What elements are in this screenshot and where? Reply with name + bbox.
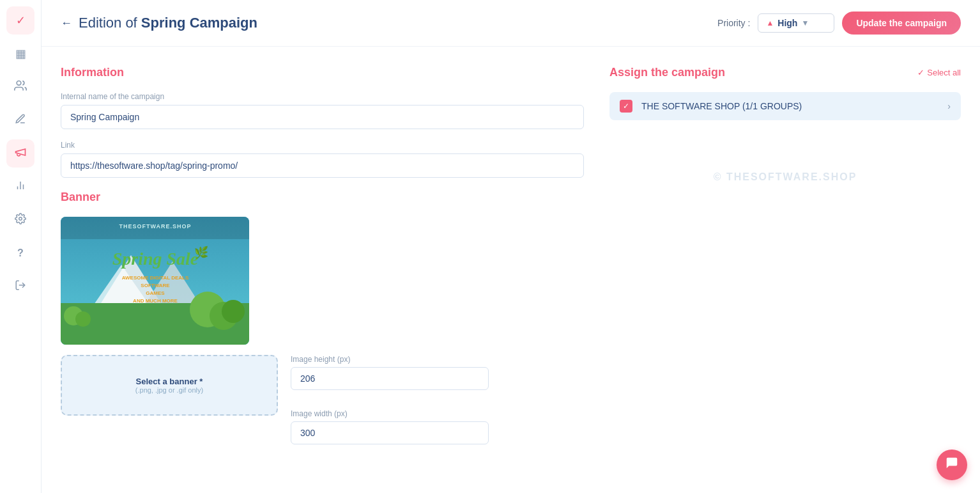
banner-section: Banner: [61, 191, 584, 456]
select-all-label: Select all: [927, 68, 961, 77]
sidebar-item-chart[interactable]: [6, 173, 34, 201]
svg-text:AND MUCH MORE: AND MUCH MORE: [133, 298, 178, 304]
banner-upload-title: Select a banner *: [136, 377, 203, 386]
back-button[interactable]: ←: [61, 17, 72, 30]
sidebar-item-megaphone[interactable]: [6, 139, 34, 168]
sidebar-item-grid[interactable]: ▦: [6, 40, 34, 68]
sidebar-item-logout[interactable]: [6, 272, 34, 301]
select-all-check-icon: ✓: [917, 68, 924, 77]
users-icon: [14, 79, 27, 95]
shop-chevron-icon: ›: [947, 101, 951, 111]
content-area: Information Internal name of the campaig…: [42, 47, 980, 493]
image-width-group: Image width (px): [291, 409, 489, 444]
sidebar-item-check[interactable]: ✓: [6, 6, 34, 35]
svg-text:🌿: 🌿: [194, 246, 209, 260]
sidebar: ✓ ▦: [0, 0, 42, 493]
topbar-right: Priority : ▲ High ▼ Update the campaign: [717, 12, 961, 35]
page-title: Edition of Spring Campaign: [79, 15, 257, 31]
image-height-group: Image height (px): [291, 355, 489, 390]
select-all-button[interactable]: ✓ Select all: [917, 68, 961, 77]
image-height-label: Image height (px): [291, 355, 489, 364]
internal-name-group: Internal name of the campaign: [61, 92, 584, 129]
watermark-container: © THESOFTWARE.SHOP: [609, 171, 961, 183]
sidebar-item-help[interactable]: ?: [6, 239, 34, 267]
svg-point-4: [19, 217, 22, 220]
help-icon: ?: [17, 247, 24, 259]
back-arrow-icon: ←: [61, 17, 72, 30]
internal-name-label: Internal name of the campaign: [61, 92, 584, 101]
sidebar-item-pen[interactable]: [6, 106, 34, 134]
logout-icon: [15, 279, 26, 294]
image-width-label: Image width (px): [291, 409, 489, 418]
banner-upload-sub: (.png, .jpg or .gif only): [135, 386, 203, 394]
right-column: Assign the campaign ✓ Select all ✓ THE S…: [609, 66, 961, 480]
information-section-title: Information: [61, 66, 584, 79]
svg-text:THESOFTWARE.SHOP: THESOFTWARE.SHOP: [119, 223, 191, 230]
internal-name-input[interactable]: [61, 105, 584, 129]
megaphone-icon: [14, 146, 27, 162]
sidebar-item-gear[interactable]: [6, 206, 34, 234]
priority-value: High: [777, 18, 797, 28]
shop-checkbox[interactable]: ✓: [620, 100, 632, 113]
banner-image-container: THESOFTWARE.SHOP Spring Sale 🌿 AWESOME D…: [61, 217, 249, 345]
update-campaign-button[interactable]: Update the campaign: [842, 12, 961, 35]
pen-icon: [15, 113, 26, 128]
svg-text:AWESOME DIGITAL DEALS: AWESOME DIGITAL DEALS: [122, 275, 189, 281]
banner-row: Select a banner * (.png, .jpg or .gif on…: [61, 355, 584, 456]
svg-point-14: [222, 300, 245, 323]
banner-section-title: Banner: [61, 191, 584, 204]
assign-header: Assign the campaign ✓ Select all: [609, 66, 961, 79]
topbar: ← Edition of Spring Campaign Priority : …: [42, 0, 980, 47]
link-input[interactable]: [61, 153, 584, 178]
image-height-input[interactable]: [291, 367, 489, 390]
svg-text:Spring Sale: Spring Sale: [112, 249, 199, 269]
shop-checkbox-check-icon: ✓: [623, 102, 629, 111]
assign-section-title: Assign the campaign: [609, 66, 725, 79]
chat-icon: [945, 456, 959, 474]
grid-icon: ▦: [15, 47, 26, 61]
chat-bubble[interactable]: [937, 450, 967, 480]
sidebar-item-users[interactable]: [6, 73, 34, 101]
main-content: ← Edition of Spring Campaign Priority : …: [42, 0, 980, 493]
left-column: Information Internal name of the campaig…: [61, 66, 584, 480]
banner-upload-area[interactable]: Select a banner * (.png, .jpg or .gif on…: [61, 355, 278, 416]
image-dimensions: Image height (px) Image width (px): [291, 355, 489, 456]
link-group: Link: [61, 141, 584, 178]
gear-icon: [15, 213, 26, 228]
image-width-input[interactable]: [291, 421, 489, 444]
shop-name: THE SOFTWARE SHOP (1/1 GROUPS): [641, 101, 938, 111]
link-label: Link: [61, 141, 584, 150]
priority-up-icon: ▲: [766, 19, 774, 27]
watermark: © THESOFTWARE.SHOP: [714, 171, 857, 182]
svg-text:GAMES: GAMES: [146, 290, 165, 296]
svg-text:SOFTWARE: SOFTWARE: [141, 283, 170, 288]
chart-icon: [15, 180, 26, 194]
shop-row[interactable]: ✓ THE SOFTWARE SHOP (1/1 GROUPS) ›: [609, 92, 961, 120]
svg-point-16: [75, 311, 91, 327]
priority-dropdown[interactable]: ▲ High ▼: [758, 13, 834, 33]
priority-label: Priority :: [717, 18, 750, 28]
svg-point-0: [17, 81, 21, 85]
priority-chevron-icon: ▼: [801, 19, 809, 27]
check-icon: ✓: [16, 13, 26, 27]
